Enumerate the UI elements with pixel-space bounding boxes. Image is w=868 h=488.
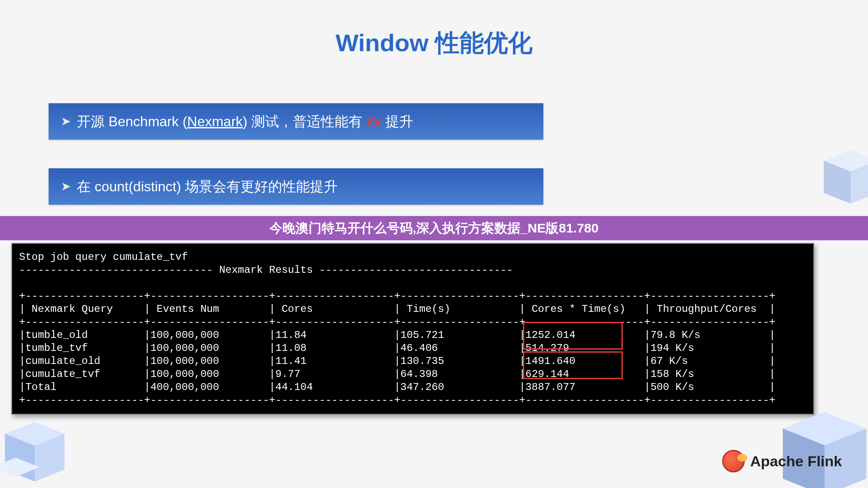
- brand-name: Apache Flink: [750, 453, 842, 470]
- svg-marker-7: [824, 150, 868, 172]
- svg-marker-0: [5, 422, 65, 446]
- bullet-1-prefix: 开源 Benchmark (: [77, 114, 187, 129]
- flink-logo-icon: [722, 450, 745, 472]
- svg-marker-4: [783, 412, 867, 445]
- chevron-right-icon: ➤: [61, 112, 71, 131]
- svg-marker-2: [35, 434, 65, 481]
- svg-marker-1: [5, 434, 35, 481]
- svg-marker-3: [0, 458, 39, 477]
- bullet-1-suffix: 提升: [381, 114, 413, 129]
- decoration-cubes-left: [0, 410, 95, 488]
- bullet-1-highlight: 2x: [366, 114, 382, 129]
- svg-marker-9: [851, 161, 868, 204]
- decoration-cubes-right-top: [796, 139, 868, 225]
- terminal-output: Stop job query cumulate_tvf ------------…: [11, 243, 814, 415]
- page-title: Window 性能优化: [0, 27, 868, 60]
- bullet-1: ➤ 开源 Benchmark (Nexmark) 测试，普适性能有 2x 提升: [49, 103, 543, 140]
- bullet-2-text: 在 count(distinct) 场景会有更好的性能提升: [77, 176, 338, 197]
- bullet-2: ➤ 在 count(distinct) 场景会有更好的性能提升: [49, 168, 543, 205]
- brand-footer: Apache Flink: [722, 450, 842, 472]
- overlay-banner: 今晚澳门特马开什么号码,深入执行方案数据_NE版81.780: [0, 216, 868, 240]
- chevron-right-icon: ➤: [61, 177, 71, 196]
- nexmark-link[interactable]: Nexmark: [187, 114, 243, 129]
- bullet-1-text: 开源 Benchmark (Nexmark) 测试，普适性能有 2x 提升: [77, 111, 413, 132]
- bullet-1-mid: ) 测试，普适性能有: [243, 114, 366, 129]
- svg-marker-8: [824, 161, 851, 204]
